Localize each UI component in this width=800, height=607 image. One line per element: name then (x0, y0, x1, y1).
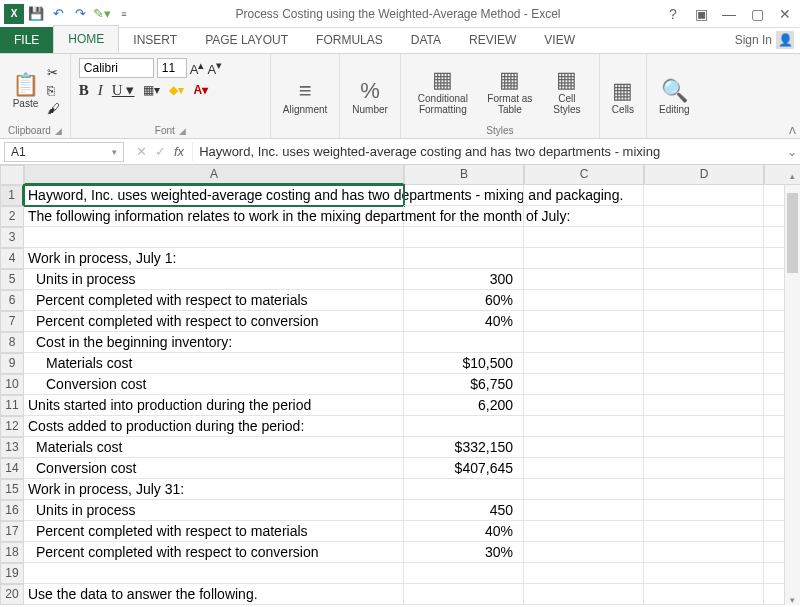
row-header-20[interactable]: 20 (0, 584, 24, 605)
enter-formula-icon[interactable]: ✓ (155, 144, 166, 159)
cancel-formula-icon[interactable]: ✕ (136, 144, 147, 159)
cell-C15[interactable] (524, 479, 644, 500)
insert-function-icon[interactable]: fx (174, 144, 184, 159)
name-box[interactable]: A1 ▾ (4, 142, 124, 162)
help-icon[interactable]: ? (662, 6, 684, 22)
row-header-5[interactable]: 5 (0, 269, 24, 290)
col-header-B[interactable]: B (404, 165, 524, 185)
cell-B10[interactable]: $6,750 (404, 374, 524, 395)
row-header-15[interactable]: 15 (0, 479, 24, 500)
cell-D10[interactable] (644, 374, 764, 395)
save-icon[interactable]: 💾 (26, 4, 46, 24)
cell-A18[interactable]: Percent completed with respect to conver… (24, 542, 404, 563)
cut-icon[interactable]: ✂ (47, 65, 60, 80)
row-header-9[interactable]: 9 (0, 353, 24, 374)
cell-D8[interactable] (644, 332, 764, 353)
cell-A2[interactable]: The following information relates to wor… (24, 206, 404, 227)
cell-A4[interactable]: Work in process, July 1: (24, 248, 404, 269)
cell-A12[interactable]: Costs added to production during the per… (24, 416, 404, 437)
cell-B11[interactable]: 6,200 (404, 395, 524, 416)
maximize-icon[interactable]: ▢ (746, 6, 768, 22)
row-header-13[interactable]: 13 (0, 437, 24, 458)
cell-D2[interactable] (644, 206, 764, 227)
cell-D16[interactable] (644, 500, 764, 521)
cell-C2[interactable] (524, 206, 644, 227)
cell-B6[interactable]: 60% (404, 290, 524, 311)
close-icon[interactable]: ✕ (774, 6, 796, 22)
cell-C20[interactable] (524, 584, 644, 605)
row-header-8[interactable]: 8 (0, 332, 24, 353)
cell-A10[interactable]: Conversion cost (24, 374, 404, 395)
cell-C17[interactable] (524, 521, 644, 542)
cell-B9[interactable]: $10,500 (404, 353, 524, 374)
cell-A19[interactable] (24, 563, 404, 584)
cell-A20[interactable]: Use the data to answer the following. (24, 584, 404, 605)
row-header-4[interactable]: 4 (0, 248, 24, 269)
cell-B12[interactable] (404, 416, 524, 437)
formula-expand-icon[interactable]: ⌄ (784, 145, 800, 159)
cell-B5[interactable]: 300 (404, 269, 524, 290)
cell-B13[interactable]: $332,150 (404, 437, 524, 458)
cell-C13[interactable] (524, 437, 644, 458)
cell-B16[interactable]: 450 (404, 500, 524, 521)
row-header-1[interactable]: 1 (0, 185, 24, 206)
tab-review[interactable]: REVIEW (455, 27, 530, 53)
cell-A13[interactable]: Materials cost (24, 437, 404, 458)
cell-D18[interactable] (644, 542, 764, 563)
cell-B2[interactable] (404, 206, 524, 227)
scroll-up-icon[interactable]: ▴ (785, 171, 800, 181)
cell-D12[interactable] (644, 416, 764, 437)
minimize-icon[interactable]: — (718, 6, 740, 22)
cell-B8[interactable] (404, 332, 524, 353)
bold-button[interactable]: B (79, 82, 89, 99)
row-header-19[interactable]: 19 (0, 563, 24, 584)
cell-C5[interactable] (524, 269, 644, 290)
cell-D17[interactable] (644, 521, 764, 542)
font-name-input[interactable] (79, 58, 154, 78)
cell-D3[interactable] (644, 227, 764, 248)
cell-A6[interactable]: Percent completed with respect to materi… (24, 290, 404, 311)
name-box-dropdown-icon[interactable]: ▾ (112, 147, 117, 157)
row-header-2[interactable]: 2 (0, 206, 24, 227)
font-size-input[interactable] (157, 58, 187, 78)
cell-B19[interactable] (404, 563, 524, 584)
cell-C7[interactable] (524, 311, 644, 332)
cell-D20[interactable] (644, 584, 764, 605)
border-button[interactable]: ▦▾ (143, 83, 160, 97)
format-as-table-button[interactable]: ▦Format as Table (481, 65, 539, 117)
row-header-11[interactable]: 11 (0, 395, 24, 416)
cell-D11[interactable] (644, 395, 764, 416)
clipboard-dialog-launcher[interactable]: ◢ (55, 126, 62, 136)
cell-C9[interactable] (524, 353, 644, 374)
cell-C18[interactable] (524, 542, 644, 563)
cell-D5[interactable] (644, 269, 764, 290)
tab-view[interactable]: VIEW (530, 27, 589, 53)
ribbon-display-icon[interactable]: ▣ (690, 6, 712, 22)
cell-A9[interactable]: Materials cost (24, 353, 404, 374)
cell-B4[interactable] (404, 248, 524, 269)
cell-C6[interactable] (524, 290, 644, 311)
cells-button[interactable]: ▦Cells (608, 76, 638, 117)
row-header-10[interactable]: 10 (0, 374, 24, 395)
row-header-3[interactable]: 3 (0, 227, 24, 248)
row-header-16[interactable]: 16 (0, 500, 24, 521)
vertical-scrollbar[interactable]: ▴ ▾ (784, 185, 800, 605)
row-header-14[interactable]: 14 (0, 458, 24, 479)
sign-in-button[interactable]: Sign In 👤 (729, 27, 800, 53)
col-header-A[interactable]: A (24, 165, 404, 185)
cell-B7[interactable]: 40% (404, 311, 524, 332)
italic-button[interactable]: I (98, 82, 103, 99)
cell-B1[interactable] (404, 185, 524, 206)
format-painter-icon[interactable]: 🖌 (47, 101, 60, 116)
alignment-button[interactable]: ≡Alignment (279, 76, 331, 117)
underline-button[interactable]: U ▾ (112, 81, 135, 99)
tab-home[interactable]: HOME (53, 25, 119, 53)
row-header-6[interactable]: 6 (0, 290, 24, 311)
tab-insert[interactable]: INSERT (119, 27, 191, 53)
font-color-button[interactable]: A▾ (193, 83, 208, 97)
cell-A17[interactable]: Percent completed with respect to materi… (24, 521, 404, 542)
cell-A8[interactable]: Cost in the beginning inventory: (24, 332, 404, 353)
cell-B15[interactable] (404, 479, 524, 500)
row-header-12[interactable]: 12 (0, 416, 24, 437)
cell-A14[interactable]: Conversion cost (24, 458, 404, 479)
